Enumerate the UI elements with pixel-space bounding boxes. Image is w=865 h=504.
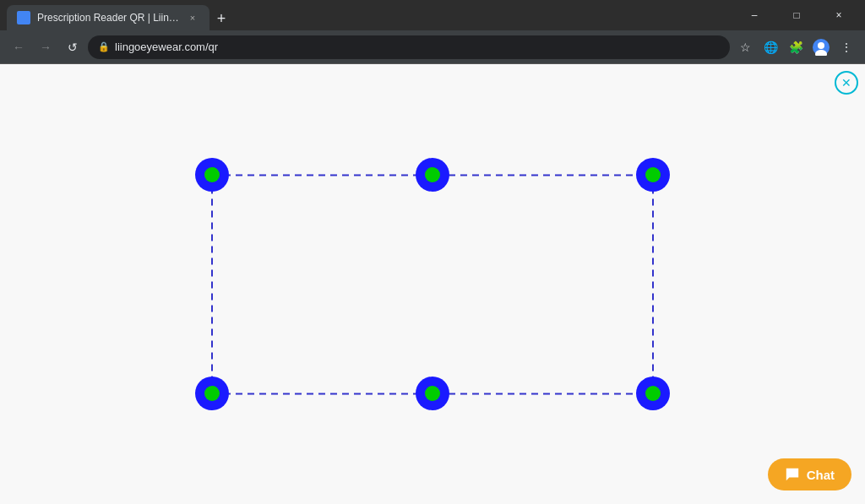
back-button[interactable]: ←: [7, 35, 30, 59]
new-tab-button[interactable]: +: [209, 7, 233, 30]
browser-tab[interactable]: Prescription Reader QR | Liingo E... ×: [7, 5, 209, 30]
window-controls: – □ ×: [735, 0, 858, 30]
minimize-button[interactable]: –: [735, 0, 774, 30]
reload-button[interactable]: ↺: [61, 35, 84, 59]
qr-grid: [188, 128, 677, 441]
profile-button[interactable]: [809, 35, 833, 59]
main-content: ✕ Chat: [0, 64, 865, 504]
tab-title: Prescription Reader QR | Liingo E...: [37, 12, 179, 24]
lock-icon: 🔒: [98, 41, 110, 52]
tab-close-btn[interactable]: ×: [186, 11, 199, 24]
svg-point-1: [818, 42, 824, 49]
forward-button[interactable]: →: [34, 35, 57, 59]
dot-top-center[interactable]: [416, 158, 449, 192]
dot-bottom-left[interactable]: [195, 377, 229, 410]
chat-bubble-icon: [785, 467, 800, 482]
chat-label: Chat: [807, 468, 835, 482]
tab-favicon: [17, 11, 30, 24]
extension-icon[interactable]: 🧩: [784, 35, 808, 59]
dot-bottom-right[interactable]: [636, 377, 670, 410]
tab-bar: Prescription Reader QR | Liingo E... × +: [7, 0, 728, 30]
toolbar-icons: ☆ 🌐 🧩 ⋮: [733, 35, 858, 59]
maximize-button[interactable]: □: [777, 0, 816, 30]
chrome-window: Prescription Reader QR | Liingo E... × +…: [0, 0, 865, 504]
address-bar: ← → ↺ 🔒 liingoeyewear.com/qr ☆ 🌐 🧩 ⋮: [0, 30, 865, 64]
close-button[interactable]: ✕: [835, 71, 858, 95]
menu-button[interactable]: ⋮: [835, 35, 858, 59]
url-text: liingoeyewear.com/qr: [115, 41, 218, 53]
bookmark-button[interactable]: ☆: [733, 35, 757, 59]
close-window-button[interactable]: ×: [819, 0, 858, 30]
chat-button[interactable]: Chat: [768, 458, 851, 490]
edge-icon[interactable]: 🌐: [759, 35, 782, 59]
dot-bottom-center[interactable]: [416, 377, 449, 410]
address-input[interactable]: 🔒 liingoeyewear.com/qr: [88, 35, 730, 59]
dot-top-right[interactable]: [636, 158, 670, 192]
dot-top-left[interactable]: [195, 158, 229, 192]
title-bar: Prescription Reader QR | Liingo E... × +…: [0, 0, 865, 30]
